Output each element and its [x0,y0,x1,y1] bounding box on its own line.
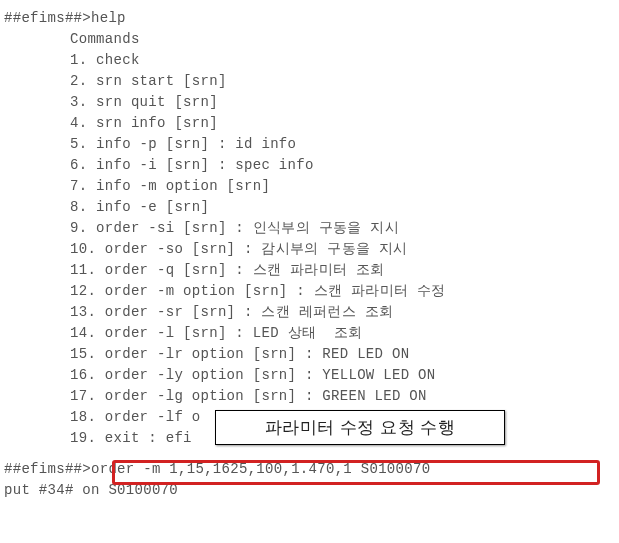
command-item-10: 10. order -so [srn] : 감시부의 구동을 지시 [4,239,615,260]
command-item-5: 5. info -p [srn] : id info [4,134,615,155]
commands-heading: Commands [4,29,615,50]
command-item-16: 16. order -ly option [srn] : YELLOW LED … [4,365,615,386]
command-item-13: 13. order -sr [srn] : 스캔 레퍼런스 조회 [4,302,615,323]
annotation-text: 파라미터 수정 요청 수행 [265,415,456,441]
command-item-4: 4. srn info [srn] [4,113,615,134]
command-item-12: 12. order -m option [srn] : 스캔 파라미터 수정 [4,281,615,302]
annotation-callout: 파라미터 수정 요청 수행 [215,410,505,445]
output-line: put #34# on S0100070 [4,480,615,501]
command-item-6: 6. info -i [srn] : spec info [4,155,615,176]
command-item-14: 14. order -l [srn] : LED 상태 조회 [4,323,615,344]
prompt-line-help[interactable]: ##efims##>help [4,8,615,29]
command-item-8: 8. info -e [srn] [4,197,615,218]
command-item-3: 3. srn quit [srn] [4,92,615,113]
command-item-11: 11. order -q [srn] : 스캔 파라미터 조회 [4,260,615,281]
command-item-1: 1. check [4,50,615,71]
command-item-9: 9. order -si [srn] : 인식부의 구동을 지시 [4,218,615,239]
command-item-17: 17. order -lg option [srn] : GREEN LED O… [4,386,615,407]
command-item-2: 2. srn start [srn] [4,71,615,92]
prompt-line-order[interactable]: ##efims##>order -m 1,15,1625,100,1.470,1… [4,459,615,480]
command-item-7: 7. info -m option [srn] [4,176,615,197]
command-item-15: 15. order -lr option [srn] : RED LED ON [4,344,615,365]
